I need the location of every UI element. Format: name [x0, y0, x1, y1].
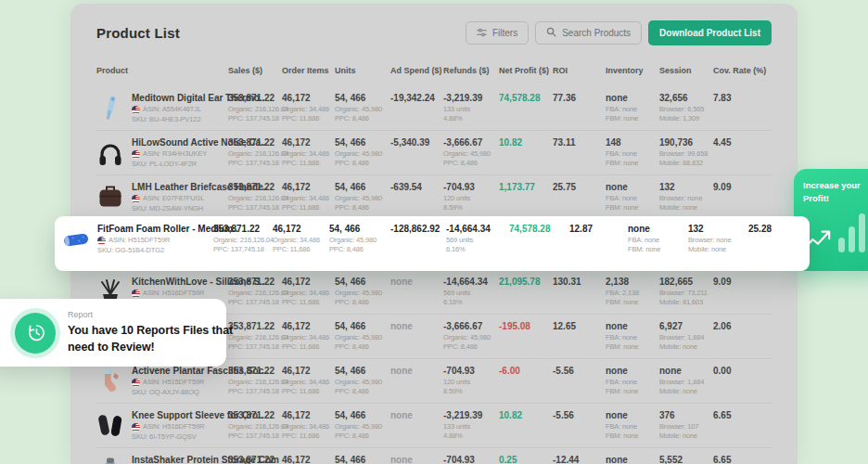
- sales-sub2: PPC: 137,745.18: [228, 114, 282, 123]
- cov-rate-value: 6.65: [713, 455, 772, 464]
- order-items-sub2: PPC: 11,686: [282, 432, 335, 441]
- filters-button[interactable]: Filters: [466, 21, 529, 45]
- refunds-sub2: 6.16%: [443, 298, 499, 307]
- session-cell: 5,552: [659, 455, 713, 464]
- us-flag-icon: [132, 106, 140, 114]
- sales-sub1: Organic: 216,126.04: [228, 378, 282, 387]
- refunds-sub2: PPC: 8,486: [443, 159, 499, 168]
- net-profit-value: 10.82: [499, 410, 553, 420]
- units-value: 54, 466: [335, 366, 390, 376]
- column-header: Ad Spend ($): [390, 66, 443, 75]
- product-asin: ASIN: E07F87FUGL: [143, 194, 204, 204]
- refunds-cell: -3,666.67Organic: 45,980PPC: 8,486: [443, 137, 499, 174]
- order-items-sub2: PPC: 11,686: [282, 298, 335, 307]
- net-profit-value: 21,095.78: [499, 277, 553, 287]
- table-row[interactable]: HiLowSound Active Noise Ca.. ASIN: R34HH…: [96, 131, 772, 175]
- thermometer-icon: [96, 93, 124, 124]
- ad-spend-value: none: [390, 277, 443, 287]
- table-row[interactable]: InstaShaker Protein Storage Com 353,871.…: [96, 448, 772, 464]
- net-profit-cell: 74,578.28: [509, 224, 569, 255]
- net-profit-cell: 10.82: [499, 410, 553, 447]
- ad-spend-cell: none: [390, 321, 443, 358]
- inventory-value: none: [606, 455, 659, 464]
- order-items-value: 46,172: [282, 137, 335, 148]
- net-profit-cell: 1,173.77: [499, 182, 553, 219]
- session-sub1: Browser: none: [659, 194, 713, 203]
- cov-rate-cell: 6.65: [713, 455, 772, 464]
- order-items-sub2: PPC: 11,686: [282, 159, 335, 168]
- session-value: 132: [659, 182, 713, 192]
- search-products-button[interactable]: Search Products: [535, 21, 642, 45]
- units-cell: 54, 466Organic: 45,980PPC: 8,486: [335, 410, 390, 447]
- roi-cell: 12.87: [569, 224, 628, 255]
- table-body: Meditown Digital Ear Thermo.. ASIN: A554…: [96, 86, 772, 464]
- card-header: Product List Filters Search Products Dow…: [96, 4, 772, 57]
- product-cell: HiLowSound Active Noise Ca.. ASIN: R34HH…: [96, 137, 228, 174]
- notification-body: Report You have 10 Reports Files that ne…: [68, 310, 240, 355]
- refunds-value: -3,666.67: [443, 321, 499, 331]
- refunds-sub2: 8.59%: [443, 203, 499, 213]
- download-product-list-button[interactable]: Download Product List: [648, 20, 772, 45]
- session-sub1: Browser: 99,658: [659, 149, 713, 159]
- us-flag-icon: [132, 423, 140, 432]
- ad-spend-value: none: [390, 455, 443, 464]
- ad-spend-cell: none: [390, 410, 443, 447]
- units-value: 54, 466: [335, 455, 390, 464]
- table-row[interactable]: Meditown Digital Ear Thermo.. ASIN: A554…: [96, 86, 772, 131]
- order-items-sub2: PPC: 11,686: [282, 342, 335, 352]
- us-flag-icon: [132, 195, 140, 203]
- session-sub1: Browser: 107: [659, 422, 713, 432]
- sales-value: 353,871.22: [228, 93, 282, 103]
- inventory-sub1: FBA: none: [606, 333, 659, 342]
- highlighted-row[interactable]: FitFoam Foam Roller - Medium.. ASIN: H51…: [55, 216, 810, 271]
- highlighted-row-content: FitFoam Foam Roller - Medium.. ASIN: H51…: [62, 224, 810, 255]
- refunds-sub2: 6.16%: [446, 245, 509, 254]
- column-header: Refunds ($): [443, 66, 499, 75]
- session-cell: 132Browser: noneMobile: none: [688, 224, 748, 255]
- roi-cell: -5.56: [553, 410, 606, 447]
- inventory-sub1: FBA: none: [606, 194, 659, 203]
- refunds-sub1: 120 units: [443, 194, 499, 203]
- roi-cell: 77.36: [553, 93, 606, 130]
- inventory-sub2: FBM: none: [606, 298, 659, 307]
- briefcase-icon: [96, 182, 124, 213]
- inventory-cell: noneFBA: noneFBM: none: [628, 224, 688, 255]
- report-notification-card[interactable]: Report You have 10 Reports Files that ne…: [0, 299, 226, 367]
- table-row[interactable]: LMH Leather Briefcase Hande.. ASIN: E07F…: [96, 175, 772, 220]
- order-items-sub1: Organic: 34,486: [282, 194, 335, 203]
- ad-spend-cell: -19,342.24: [390, 93, 443, 130]
- sales-value: 353,871.22: [228, 410, 282, 420]
- column-header: Session: [659, 66, 713, 75]
- session-sub1: Browser: 1,884: [659, 333, 713, 342]
- sales-value: 353,871.22: [228, 366, 282, 376]
- net-profit-value: 10.82: [499, 137, 553, 148]
- units-value: 54, 466: [335, 137, 390, 148]
- inventory-value: none: [628, 224, 688, 234]
- units-sub2: PPC: 8,486: [335, 114, 390, 123]
- cov-rate-cell: 7.83: [713, 93, 772, 130]
- order-items-sub1: Organic: 34,486: [282, 422, 335, 432]
- column-header: Inventory: [606, 66, 659, 75]
- inventory-value: none: [606, 410, 659, 420]
- refunds-cell: -3,219.39133 units4.88%: [443, 93, 499, 130]
- order-items-value: 46,172: [273, 224, 329, 234]
- session-sub1: Browser: 73,211: [659, 289, 713, 298]
- headphones-icon: [96, 137, 124, 169]
- sales-sub2: PPC: 137,745.18: [228, 159, 282, 168]
- session-value: 5,552: [659, 455, 713, 464]
- table-row[interactable]: Knee Support Sleeve for Cro.. ASIN: H516…: [96, 404, 772, 448]
- refunds-sub2: 8.59%: [443, 387, 499, 396]
- order-items-value: 46,172: [282, 182, 335, 192]
- refunds-sub1: 120 units: [443, 378, 499, 387]
- sales-cell: 353,871.22Organic: 216,126.04PPC: 137,74…: [228, 277, 282, 314]
- inventory-value: 2,138: [606, 277, 659, 287]
- foam-roller-icon: [62, 224, 90, 255]
- cov-rate-value: 7.83: [713, 93, 772, 103]
- session-cell: 182,665Browser: 73,211Mobile: 81,603: [659, 277, 713, 314]
- refunds-cell: -704.93: [443, 455, 499, 464]
- product-cell: Meditown Digital Ear Thermo.. ASIN: A554…: [96, 93, 228, 130]
- order-items-cell: 46,172Organic: 34,486PPC: 11,686: [282, 321, 335, 358]
- ad-spend-value: -19,342.24: [390, 93, 443, 103]
- units-sub2: PPC: 8,486: [329, 245, 390, 254]
- sales-cell: 353,871.22Organic: 216,126.04PPC: 137,74…: [228, 410, 282, 447]
